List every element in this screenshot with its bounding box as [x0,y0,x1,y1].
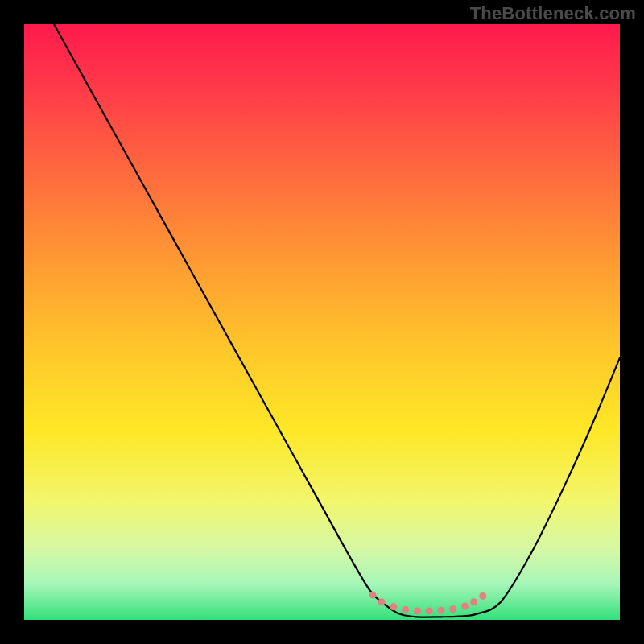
trough-marker [449,605,456,613]
trough-marker [378,598,386,605]
trough-marker [461,602,469,609]
trough-marker [402,606,409,613]
gradient-bg [24,24,620,620]
plot-area [24,24,620,620]
trough-marker [479,592,486,600]
chart-svg [24,24,620,620]
trough-marker [438,607,445,614]
chart-stage: TheBottleneck.com [0,0,644,644]
trough-marker [470,598,477,605]
trough-marker [369,591,376,598]
trough-marker [414,607,421,614]
trough-marker [390,603,397,610]
trough-marker [426,607,433,614]
watermark-text: TheBottleneck.com [470,3,636,24]
